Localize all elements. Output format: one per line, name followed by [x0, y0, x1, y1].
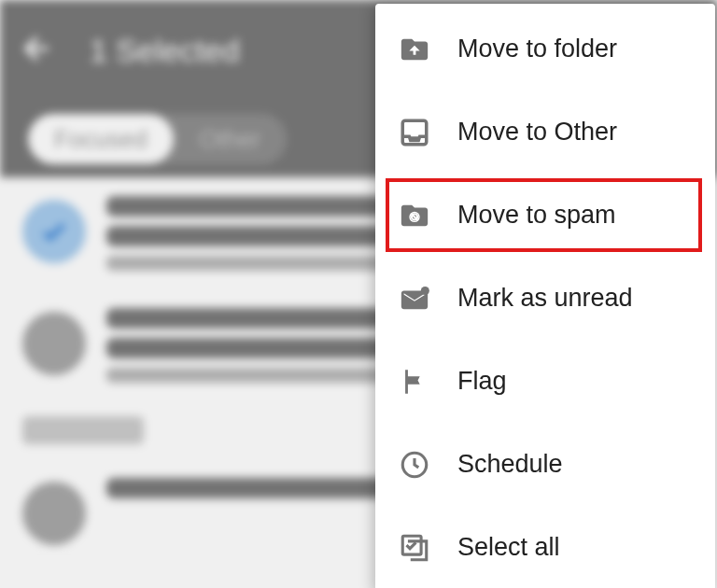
menu-label: Flag [457, 367, 507, 396]
menu-label: Schedule [457, 450, 563, 479]
menu-label: Select all [457, 533, 560, 562]
spam-folder-icon [398, 199, 431, 232]
flag-icon [398, 365, 431, 399]
inbox-icon [398, 116, 431, 149]
folder-icon [398, 33, 431, 66]
menu-move-to-folder[interactable]: Move to folder [375, 7, 715, 91]
menu-select-all[interactable]: Select all [375, 506, 715, 588]
menu-schedule[interactable]: Schedule [375, 423, 715, 506]
overflow-menu: Move to folder Move to Other Move to spa… [375, 4, 715, 588]
menu-label: Move to Other [457, 118, 617, 147]
menu-move-to-other[interactable]: Move to Other [375, 91, 715, 174]
clock-icon [398, 448, 431, 482]
menu-move-to-spam[interactable]: Move to spam [375, 174, 715, 257]
menu-label: Move to spam [457, 201, 616, 230]
menu-flag[interactable]: Flag [375, 340, 715, 423]
menu-mark-unread[interactable]: Mark as unread [375, 257, 715, 340]
select-all-icon [398, 531, 431, 565]
menu-label: Mark as unread [457, 284, 633, 313]
unread-mail-icon [398, 282, 431, 315]
svg-point-4 [421, 286, 429, 294]
menu-label: Move to folder [457, 35, 617, 63]
